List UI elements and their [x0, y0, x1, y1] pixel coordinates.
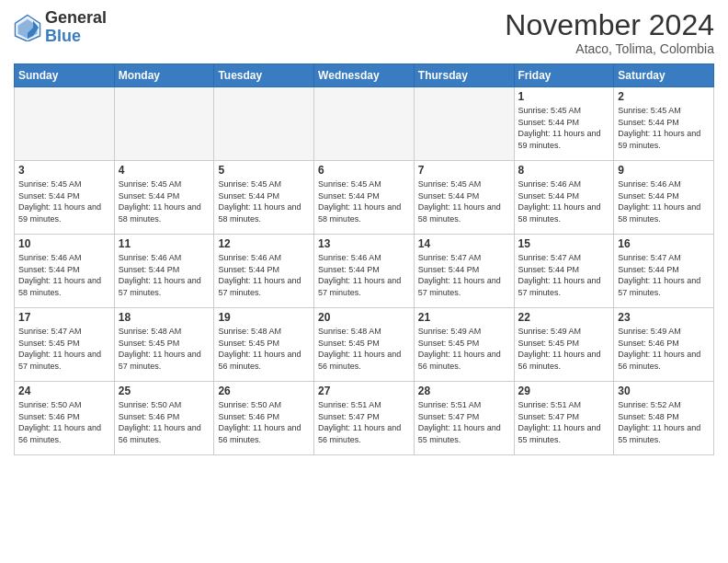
- header-thursday: Thursday: [414, 64, 514, 87]
- cell-info: Sunrise: 5:48 AMSunset: 5:45 PMDaylight:…: [218, 327, 301, 371]
- cell-info: Sunrise: 5:46 AMSunset: 5:44 PMDaylight:…: [618, 179, 700, 224]
- calendar-cell-1-2: 5 Sunrise: 5:45 AMSunset: 5:44 PMDayligh…: [214, 161, 314, 235]
- day-number: 12: [218, 237, 310, 250]
- calendar-cell-2-4: 14 Sunrise: 5:47 AMSunset: 5:44 PMDaylig…: [414, 235, 514, 308]
- day-number: 3: [18, 164, 110, 177]
- day-number: 1: [518, 90, 610, 103]
- week-row-4: 17 Sunrise: 5:47 AMSunset: 5:45 PMDaylig…: [15, 308, 714, 382]
- calendar-cell-0-2: [214, 87, 314, 161]
- calendar-page: General Blue November 2024 Ataco, Tolima…: [0, 0, 728, 563]
- cell-info: Sunrise: 5:49 AMSunset: 5:46 PMDaylight:…: [618, 327, 700, 371]
- day-number: 17: [18, 311, 110, 324]
- day-number: 24: [18, 385, 110, 397]
- calendar-cell-1-4: 7 Sunrise: 5:45 AMSunset: 5:44 PMDayligh…: [414, 161, 514, 235]
- cell-info: Sunrise: 5:47 AMSunset: 5:44 PMDaylight:…: [418, 253, 501, 297]
- calendar-cell-1-3: 6 Sunrise: 5:45 AMSunset: 5:44 PMDayligh…: [314, 161, 415, 235]
- day-number: 15: [518, 237, 610, 250]
- day-number: 21: [418, 311, 510, 324]
- cell-info: Sunrise: 5:47 AMSunset: 5:44 PMDaylight:…: [518, 253, 601, 297]
- logo-icon: [14, 14, 41, 41]
- day-number: 30: [618, 385, 710, 397]
- calendar-cell-0-4: [414, 87, 514, 161]
- cell-info: Sunrise: 5:46 AMSunset: 5:44 PMDaylight:…: [518, 179, 601, 224]
- calendar-cell-1-0: 3 Sunrise: 5:45 AMSunset: 5:44 PMDayligh…: [15, 161, 115, 235]
- calendar-cell-0-5: 1 Sunrise: 5:45 AMSunset: 5:44 PMDayligh…: [514, 87, 614, 161]
- header-wednesday: Wednesday: [314, 64, 415, 87]
- calendar-cell-0-6: 2 Sunrise: 5:45 AMSunset: 5:44 PMDayligh…: [614, 87, 714, 161]
- week-row-5: 24 Sunrise: 5:50 AMSunset: 5:46 PMDaylig…: [15, 382, 714, 455]
- day-number: 14: [418, 237, 510, 250]
- calendar-table: Sunday Monday Tuesday Wednesday Thursday…: [14, 63, 714, 455]
- week-row-3: 10 Sunrise: 5:46 AMSunset: 5:44 PMDaylig…: [15, 235, 714, 308]
- cell-info: Sunrise: 5:50 AMSunset: 5:46 PMDaylight:…: [119, 400, 201, 444]
- calendar-cell-3-0: 17 Sunrise: 5:47 AMSunset: 5:45 PMDaylig…: [15, 308, 115, 382]
- day-number: 2: [618, 90, 710, 103]
- day-number: 27: [318, 385, 410, 397]
- calendar-cell-3-6: 23 Sunrise: 5:49 AMSunset: 5:46 PMDaylig…: [614, 308, 714, 382]
- cell-info: Sunrise: 5:51 AMSunset: 5:47 PMDaylight:…: [518, 400, 601, 444]
- calendar-cell-2-2: 12 Sunrise: 5:46 AMSunset: 5:44 PMDaylig…: [214, 235, 314, 308]
- cell-info: Sunrise: 5:45 AMSunset: 5:44 PMDaylight:…: [218, 179, 301, 224]
- day-number: 4: [119, 164, 210, 177]
- calendar-cell-1-5: 8 Sunrise: 5:46 AMSunset: 5:44 PMDayligh…: [514, 161, 614, 235]
- day-number: 6: [318, 164, 410, 177]
- day-number: 22: [518, 311, 610, 324]
- calendar-cell-2-3: 13 Sunrise: 5:46 AMSunset: 5:44 PMDaylig…: [314, 235, 415, 308]
- cell-info: Sunrise: 5:47 AMSunset: 5:45 PMDaylight:…: [18, 327, 101, 371]
- calendar-cell-4-2: 26 Sunrise: 5:50 AMSunset: 5:46 PMDaylig…: [214, 382, 314, 455]
- day-number: 7: [418, 164, 510, 177]
- calendar-cell-1-1: 4 Sunrise: 5:45 AMSunset: 5:44 PMDayligh…: [114, 161, 214, 235]
- calendar-cell-4-5: 29 Sunrise: 5:51 AMSunset: 5:47 PMDaylig…: [514, 382, 614, 455]
- calendar-cell-4-1: 25 Sunrise: 5:50 AMSunset: 5:46 PMDaylig…: [114, 382, 214, 455]
- calendar-cell-2-1: 11 Sunrise: 5:46 AMSunset: 5:44 PMDaylig…: [114, 235, 214, 308]
- day-number: 13: [318, 237, 410, 250]
- logo: General Blue: [14, 9, 107, 46]
- calendar-cell-0-3: [314, 87, 415, 161]
- header-saturday: Saturday: [614, 64, 714, 87]
- calendar-cell-3-1: 18 Sunrise: 5:48 AMSunset: 5:45 PMDaylig…: [114, 308, 214, 382]
- calendar-cell-3-5: 22 Sunrise: 5:49 AMSunset: 5:45 PMDaylig…: [514, 308, 614, 382]
- calendar-cell-2-0: 10 Sunrise: 5:46 AMSunset: 5:44 PMDaylig…: [15, 235, 115, 308]
- calendar-cell-2-5: 15 Sunrise: 5:47 AMSunset: 5:44 PMDaylig…: [514, 235, 614, 308]
- cell-info: Sunrise: 5:46 AMSunset: 5:44 PMDaylight:…: [218, 253, 301, 297]
- week-row-1: 1 Sunrise: 5:45 AMSunset: 5:44 PMDayligh…: [15, 87, 714, 161]
- cell-info: Sunrise: 5:45 AMSunset: 5:44 PMDaylight:…: [518, 106, 601, 150]
- cell-info: Sunrise: 5:45 AMSunset: 5:44 PMDaylight:…: [119, 179, 201, 224]
- cell-info: Sunrise: 5:45 AMSunset: 5:44 PMDaylight:…: [318, 179, 401, 224]
- day-number: 23: [618, 311, 710, 324]
- logo-blue: Blue: [45, 28, 107, 46]
- location-subtitle: Ataco, Tolima, Colombia: [505, 41, 714, 56]
- cell-info: Sunrise: 5:45 AMSunset: 5:44 PMDaylight:…: [618, 106, 700, 150]
- day-number: 8: [518, 164, 610, 177]
- day-number: 16: [618, 237, 710, 250]
- page-header: General Blue November 2024 Ataco, Tolima…: [14, 9, 714, 56]
- day-number: 10: [18, 237, 110, 250]
- cell-info: Sunrise: 5:50 AMSunset: 5:46 PMDaylight:…: [18, 400, 101, 444]
- header-monday: Monday: [114, 64, 214, 87]
- calendar-cell-0-1: [114, 87, 214, 161]
- cell-info: Sunrise: 5:51 AMSunset: 5:47 PMDaylight:…: [418, 400, 501, 444]
- cell-info: Sunrise: 5:46 AMSunset: 5:44 PMDaylight:…: [119, 253, 201, 297]
- cell-info: Sunrise: 5:52 AMSunset: 5:48 PMDaylight:…: [618, 400, 700, 444]
- calendar-cell-0-0: [15, 87, 115, 161]
- week-row-2: 3 Sunrise: 5:45 AMSunset: 5:44 PMDayligh…: [15, 161, 714, 235]
- month-title: November 2024: [505, 9, 714, 41]
- cell-info: Sunrise: 5:49 AMSunset: 5:45 PMDaylight:…: [418, 327, 501, 371]
- calendar-cell-4-3: 27 Sunrise: 5:51 AMSunset: 5:47 PMDaylig…: [314, 382, 415, 455]
- day-number: 11: [119, 237, 210, 250]
- logo-general: General: [45, 9, 107, 28]
- calendar-cell-4-4: 28 Sunrise: 5:51 AMSunset: 5:47 PMDaylig…: [414, 382, 514, 455]
- header-tuesday: Tuesday: [214, 64, 314, 87]
- day-number: 19: [218, 311, 310, 324]
- calendar-cell-4-6: 30 Sunrise: 5:52 AMSunset: 5:48 PMDaylig…: [614, 382, 714, 455]
- calendar-cell-1-6: 9 Sunrise: 5:46 AMSunset: 5:44 PMDayligh…: [614, 161, 714, 235]
- cell-info: Sunrise: 5:47 AMSunset: 5:44 PMDaylight:…: [618, 253, 700, 297]
- calendar-cell-2-6: 16 Sunrise: 5:47 AMSunset: 5:44 PMDaylig…: [614, 235, 714, 308]
- cell-info: Sunrise: 5:48 AMSunset: 5:45 PMDaylight:…: [318, 327, 401, 371]
- day-number: 9: [618, 164, 710, 177]
- calendar-cell-3-4: 21 Sunrise: 5:49 AMSunset: 5:45 PMDaylig…: [414, 308, 514, 382]
- day-number: 20: [318, 311, 410, 324]
- cell-info: Sunrise: 5:46 AMSunset: 5:44 PMDaylight:…: [18, 253, 101, 297]
- header-friday: Friday: [514, 64, 614, 87]
- cell-info: Sunrise: 5:50 AMSunset: 5:46 PMDaylight:…: [218, 400, 301, 444]
